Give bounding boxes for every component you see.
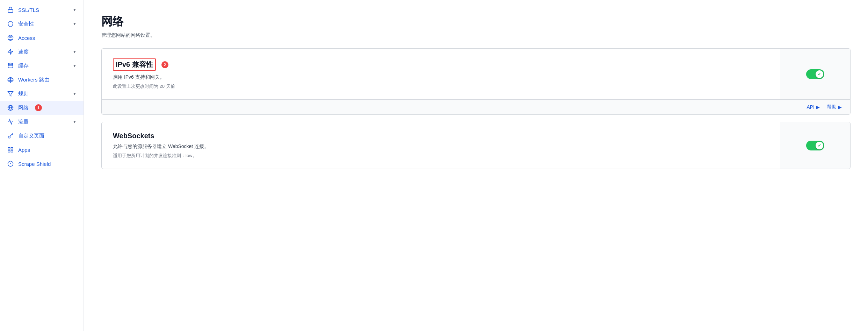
arrow-icon: ▶ bbox=[838, 104, 842, 110]
sidebar-item-label: Apps bbox=[18, 147, 30, 153]
card-title: IPv6 兼容性2 bbox=[113, 58, 769, 71]
card-title-text: WebSockets bbox=[113, 132, 154, 140]
svg-marker-8 bbox=[8, 91, 13, 96]
chevron-down-icon: ▼ bbox=[73, 120, 77, 124]
page-subtitle: 管理您网站的网络设置。 bbox=[101, 32, 851, 38]
main-content: 网络 管理您网站的网络设置。 IPv6 兼容性2启用 IPv6 支持和网关。此设… bbox=[84, 0, 868, 331]
chevron-down-icon: ▼ bbox=[73, 8, 77, 12]
card-ipv6: IPv6 兼容性2启用 IPv6 支持和网关。此设置上次更改时间为 20 天前✓… bbox=[101, 48, 851, 115]
workers-icon bbox=[7, 76, 14, 83]
toggle-websockets[interactable]: ✓ bbox=[806, 141, 824, 150]
lightning-icon bbox=[7, 48, 14, 55]
sidebar-item-network[interactable]: 网络1 bbox=[0, 101, 84, 115]
sidebar-item-custom-pages[interactable]: 自定义页面 bbox=[0, 129, 84, 143]
sidebar-item-traffic[interactable]: 流量▼ bbox=[0, 115, 84, 129]
card-description: 启用 IPv6 支持和网关。 bbox=[113, 74, 769, 80]
svg-point-2 bbox=[10, 36, 12, 38]
sidebar-badge: 1 bbox=[35, 104, 42, 111]
sidebar-item-label: 流量 bbox=[18, 119, 29, 125]
apps-icon bbox=[7, 146, 14, 153]
card-badge: 2 bbox=[161, 61, 168, 68]
shield-icon bbox=[7, 20, 14, 27]
card-meta: 适用于您所用计划的并发连接准则：low。 bbox=[113, 153, 769, 159]
svg-rect-0 bbox=[8, 9, 13, 12]
globe-icon bbox=[7, 104, 14, 111]
card-title: WebSockets bbox=[113, 132, 769, 140]
sidebar-item-workers[interactable]: Workers 路由 bbox=[0, 73, 84, 87]
card-footer: API ▶帮助 ▶ bbox=[102, 99, 850, 114]
chart-icon bbox=[7, 118, 14, 125]
svg-rect-15 bbox=[11, 147, 13, 149]
person-circle-icon bbox=[7, 34, 14, 41]
sidebar-item-label: Scrape Shield bbox=[18, 161, 51, 167]
svg-rect-16 bbox=[11, 150, 13, 152]
scrape-icon bbox=[7, 160, 14, 167]
chevron-down-icon: ▼ bbox=[73, 64, 77, 68]
filter-icon bbox=[7, 90, 14, 97]
svg-point-3 bbox=[8, 63, 13, 65]
chevron-down-icon: ▼ bbox=[73, 22, 77, 26]
sidebar-item-ssl-tls[interactable]: SSL/TLS▼ bbox=[0, 3, 84, 17]
key-icon bbox=[7, 132, 14, 139]
sidebar-item-label: 缓存 bbox=[18, 63, 29, 69]
card-title-text: IPv6 兼容性 bbox=[113, 58, 156, 71]
sidebar-item-label: Workers 路由 bbox=[18, 77, 50, 83]
toggle-ipv6[interactable]: ✓ bbox=[806, 69, 824, 79]
sidebar-item-scrape-shield[interactable]: Scrape Shield bbox=[0, 157, 84, 171]
sidebar: SSL/TLS▼安全性▼Access速度▼缓存▼Workers 路由规则▼网络1… bbox=[0, 0, 84, 331]
footer-link-帮助[interactable]: 帮助 ▶ bbox=[827, 104, 842, 110]
sidebar-item-rules[interactable]: 规则▼ bbox=[0, 87, 84, 101]
sidebar-item-label: 速度 bbox=[18, 49, 29, 55]
stack-icon bbox=[7, 62, 14, 69]
chevron-down-icon: ▼ bbox=[73, 92, 77, 96]
sidebar-item-label: 自定义页面 bbox=[18, 133, 44, 139]
page-title: 网络 bbox=[101, 14, 851, 29]
sidebar-item-access[interactable]: Access bbox=[0, 31, 84, 45]
svg-line-13 bbox=[12, 134, 13, 135]
chevron-down-icon: ▼ bbox=[73, 50, 77, 54]
toggle-area: ✓ bbox=[780, 122, 850, 169]
sidebar-item-label: SSL/TLS bbox=[18, 7, 39, 13]
svg-rect-14 bbox=[8, 147, 10, 149]
sidebar-item-security[interactable]: 安全性▼ bbox=[0, 17, 84, 31]
sidebar-item-label: Access bbox=[18, 35, 35, 41]
card-websockets: WebSockets允许与您的源服务器建立 WebSocket 连接。适用于您所… bbox=[101, 122, 851, 169]
sidebar-item-speed[interactable]: 速度▼ bbox=[0, 45, 84, 59]
sidebar-item-label: 安全性 bbox=[18, 21, 34, 27]
toggle-area: ✓ bbox=[780, 49, 850, 99]
card-description: 允许与您的源服务器建立 WebSocket 连接。 bbox=[113, 143, 769, 150]
lock-icon bbox=[7, 6, 14, 13]
card-meta: 此设置上次更改时间为 20 天前 bbox=[113, 83, 769, 90]
sidebar-item-label: 网络 bbox=[18, 105, 29, 111]
sidebar-item-label: 规则 bbox=[18, 91, 29, 97]
check-icon: ✓ bbox=[818, 72, 821, 77]
sidebar-item-cache[interactable]: 缓存▼ bbox=[0, 59, 84, 73]
footer-link-API[interactable]: API ▶ bbox=[806, 104, 820, 110]
svg-rect-17 bbox=[8, 150, 10, 152]
arrow-icon: ▶ bbox=[816, 104, 820, 110]
svg-point-11 bbox=[8, 136, 10, 138]
check-icon: ✓ bbox=[818, 143, 821, 148]
sidebar-item-apps[interactable]: Apps bbox=[0, 143, 84, 157]
